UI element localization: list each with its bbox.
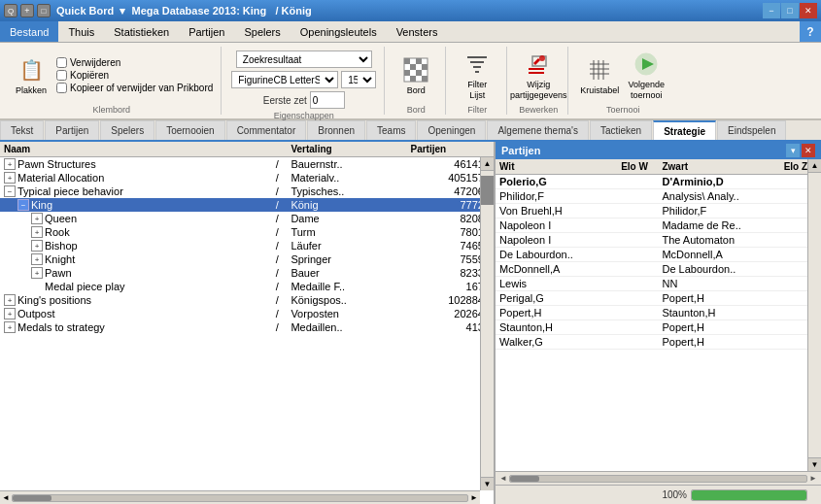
table-row[interactable]: + Material Allocation / Materialv.. 4051… bbox=[0, 171, 494, 185]
verwijderen-row[interactable]: Verwijderen bbox=[56, 57, 213, 68]
table-row[interactable]: + Medals to strategy / Medaillen.. 4133 bbox=[0, 320, 494, 334]
tab-teams[interactable]: Teams bbox=[366, 120, 416, 140]
scroll-track[interactable] bbox=[481, 171, 494, 477]
list-item[interactable]: Perigal,G Popert,H bbox=[496, 291, 821, 306]
partijen-vscroll[interactable]: ▲ ▼ bbox=[807, 159, 821, 471]
expand-btn[interactable]: − bbox=[17, 199, 29, 211]
tab-strategie[interactable]: Strategie bbox=[653, 120, 716, 140]
expand-btn[interactable]: + bbox=[31, 253, 43, 265]
volgende-toernooi-button[interactable]: Volgendetoernooi bbox=[625, 47, 667, 103]
partijen-hscroll-thumb[interactable] bbox=[510, 476, 539, 482]
zoekresultaat-select[interactable]: Zoekresultaat bbox=[236, 50, 372, 68]
expand-btn[interactable]: + bbox=[31, 267, 43, 279]
font-size-select[interactable]: 15 bbox=[341, 71, 376, 88]
tree-vscroll[interactable]: ▲ ▼ bbox=[480, 157, 494, 490]
partijen-hscroll[interactable]: ◄ ► bbox=[496, 471, 821, 485]
tree-hscroll[interactable]: ◄ ► bbox=[0, 490, 480, 504]
col-partijen[interactable]: Partijen bbox=[406, 142, 494, 157]
table-row[interactable]: − King / König 77724 bbox=[0, 198, 494, 212]
kopieer-verwijder-row[interactable]: Kopieer of verwijder van Prikbord bbox=[56, 83, 213, 93]
partijen-header-buttons[interactable]: ▾ ✕ bbox=[786, 144, 815, 157]
table-row[interactable]: + Pawn Structures / Bauernstr.. 461413 bbox=[0, 157, 494, 172]
tab-toernooien[interactable]: Toernooien bbox=[155, 120, 224, 140]
list-item[interactable]: Von Bruehl,H Philidor,F bbox=[496, 204, 821, 218]
list-item[interactable]: McDonnell,A De Labourdon.. bbox=[496, 262, 821, 277]
list-item[interactable]: Philidor,F Analysis\ Analy.. bbox=[496, 189, 821, 204]
list-item[interactable]: Polerio,G D'Arminio,D bbox=[496, 175, 821, 189]
tab-spelers[interactable]: Spelers bbox=[100, 120, 154, 140]
kopieren-row[interactable]: Kopiëren bbox=[56, 70, 213, 81]
table-row[interactable]: + Rook / Turm 78012 bbox=[0, 225, 494, 239]
minimize-button[interactable]: − bbox=[763, 3, 780, 18]
hscroll-thumb[interactable] bbox=[13, 495, 51, 501]
kopieren-check[interactable] bbox=[56, 70, 67, 81]
scroll-thumb[interactable] bbox=[481, 176, 494, 205]
list-item[interactable]: Napoleon I Madame de Re.. bbox=[496, 218, 821, 233]
expand-btn[interactable]: + bbox=[4, 158, 16, 170]
expand-btn[interactable]: + bbox=[31, 240, 43, 252]
expand-btn[interactable]: + bbox=[4, 294, 16, 306]
filter-lijst-button[interactable]: FilterLijst bbox=[456, 47, 498, 103]
menu-item-openingsleutels[interactable]: Openingsleutels bbox=[291, 21, 387, 42]
partijen-hscroll-left[interactable]: ◄ bbox=[497, 474, 509, 483]
expand-btn[interactable]: + bbox=[4, 172, 16, 184]
menu-item-thuis[interactable]: Thuis bbox=[58, 21, 104, 42]
expand-btn[interactable]: − bbox=[4, 185, 16, 197]
expand-btn[interactable]: + bbox=[31, 226, 43, 238]
list-item[interactable]: Walker,G Popert,H bbox=[496, 335, 821, 350]
col-zwart[interactable]: Zwart bbox=[658, 159, 779, 175]
tab-bronnen[interactable]: Bronnen bbox=[307, 120, 365, 140]
partijen-dropdown-btn[interactable]: ▾ bbox=[786, 144, 800, 157]
menu-item-vensters[interactable]: Vensters bbox=[387, 21, 448, 42]
list-item[interactable]: Popert,H Staunton,H bbox=[496, 306, 821, 320]
tab-partijen[interactable]: Partijen bbox=[45, 120, 99, 140]
wijzig-button[interactable]: Wijzigpartijgegevens bbox=[517, 47, 560, 103]
partijen-hscroll-track[interactable] bbox=[509, 475, 807, 483]
hscroll-right-btn[interactable]: ► bbox=[470, 493, 478, 502]
table-row[interactable]: + Bishop / Läufer 74654 bbox=[0, 239, 494, 252]
tab-tactieken[interactable]: Tactieken bbox=[590, 120, 652, 140]
list-item[interactable]: De Labourdon.. McDonnell,A bbox=[496, 248, 821, 262]
tab-eindspelen[interactable]: Eindspelen bbox=[717, 120, 786, 140]
col-wit[interactable]: Wit bbox=[496, 159, 617, 175]
partijen-scroll-track[interactable] bbox=[808, 173, 821, 457]
col-vertaling[interactable]: Vertaling bbox=[287, 142, 406, 157]
table-row[interactable]: − Typical piece behavior / Typisches.. 4… bbox=[0, 185, 494, 198]
tab-algemene-themas[interactable]: Algemene thema's bbox=[487, 120, 589, 140]
table-row[interactable]: + Queen / Dame 82080 bbox=[0, 212, 494, 225]
menu-item-statistieken[interactable]: Statistieken bbox=[104, 21, 179, 42]
scroll-up-btn[interactable]: ▲ bbox=[481, 157, 494, 171]
bord-button[interactable]: Bord bbox=[394, 52, 437, 98]
table-row[interactable]: Medal piece play / Medaille F.. 1672 bbox=[0, 280, 494, 293]
menu-item-spelers[interactable]: Spelers bbox=[234, 21, 290, 42]
list-item[interactable]: Napoleon I The Automaton bbox=[496, 233, 821, 248]
plakken-button[interactable]: 📋 Plakken bbox=[10, 52, 52, 98]
font-select[interactable]: FigurineCB LetterS bbox=[231, 71, 338, 88]
table-row[interactable]: + Knight / Springer 75591 bbox=[0, 252, 494, 266]
hscroll-track[interactable] bbox=[12, 494, 468, 502]
hscroll-left-btn[interactable]: ◄ bbox=[2, 493, 10, 502]
col-elo-w[interactable]: Elo W bbox=[617, 159, 658, 175]
maximize-button[interactable]: □ bbox=[781, 3, 799, 18]
kruistabel-button[interactable]: Kruistabel bbox=[578, 52, 621, 98]
menu-item-partijen[interactable]: Partijen bbox=[179, 21, 234, 42]
partijen-scroll-down[interactable]: ▼ bbox=[808, 457, 821, 471]
tab-tekst[interactable]: Tekst bbox=[0, 120, 44, 140]
menu-item-bestand[interactable]: Bestand bbox=[0, 21, 58, 42]
table-row[interactable]: + Pawn / Bauer 82334 bbox=[0, 266, 494, 280]
expand-btn[interactable]: + bbox=[4, 321, 16, 333]
partijen-scroll-up[interactable]: ▲ bbox=[808, 159, 821, 173]
partijen-close-btn[interactable]: ✕ bbox=[802, 144, 815, 157]
tab-commentator[interactable]: Commentator bbox=[226, 120, 307, 140]
close-button[interactable]: ✕ bbox=[800, 3, 817, 18]
table-row[interactable]: + Outpost / Vorposten 202642 bbox=[0, 307, 494, 320]
verwijderen-check[interactable] bbox=[56, 57, 67, 68]
eerste-zet-spinbox[interactable]: 0 bbox=[310, 91, 345, 109]
kopieer-verwijder-check[interactable] bbox=[56, 83, 67, 93]
help-button[interactable]: ? bbox=[800, 21, 821, 42]
col-naam[interactable]: Naam bbox=[0, 142, 272, 157]
partijen-hscroll-right[interactable]: ► bbox=[807, 474, 819, 483]
expand-btn[interactable]: + bbox=[31, 213, 43, 224]
expand-btn[interactable]: + bbox=[4, 308, 16, 319]
window-controls[interactable]: − □ ✕ bbox=[763, 3, 817, 18]
